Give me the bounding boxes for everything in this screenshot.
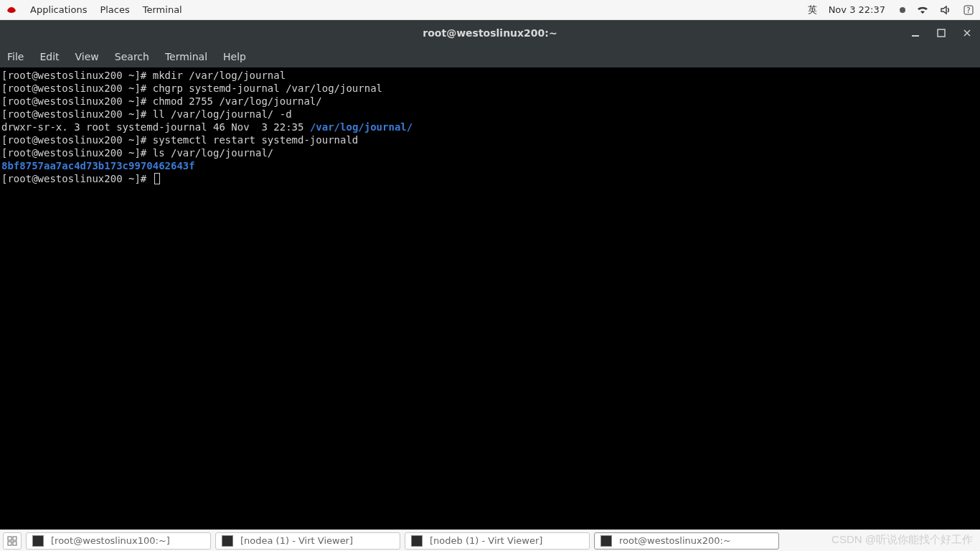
svg-rect-7: [13, 542, 17, 545]
terminal-window: root@westoslinux200:~ File Edit View Sea…: [0, 20, 980, 529]
terminal-output[interactable]: [root@westoslinux200 ~]# mkdir /var/log/…: [0, 67, 980, 529]
prompt-line: [root@westoslinux200 ~]# chgrp systemd-j…: [1, 83, 382, 94]
svg-text:?: ?: [966, 6, 970, 14]
terminal-icon: [32, 535, 44, 547]
workspace-switcher[interactable]: [3, 532, 22, 550]
clock-label[interactable]: Nov 3 22:37: [829, 4, 885, 15]
prompt-line: [root@westoslinux200 ~]# mkdir /var/log/…: [1, 70, 286, 81]
terminal-cursor: [154, 173, 160, 184]
gnome-top-panel: Applications Places Terminal 英 Nov 3 22:…: [0, 0, 980, 20]
taskbar-item-terminal-100[interactable]: [root@westoslinux100:~]: [26, 532, 211, 550]
svg-rect-4: [8, 537, 11, 540]
prompt-line: [root@westoslinux200 ~]# ls /var/log/jou…: [1, 147, 273, 159]
top-panel-right: 英 Nov 3 22:37 ?: [808, 4, 974, 17]
taskbar-item-label: [root@westoslinux100:~]: [51, 535, 170, 546]
taskbar-item-label: [nodeb (1) - Virt Viewer]: [430, 535, 542, 546]
current-prompt: [root@westoslinux200 ~]#: [1, 173, 160, 184]
redhat-icon: [6, 4, 17, 16]
menu-view[interactable]: View: [75, 51, 99, 62]
places-menu[interactable]: Places: [100, 4, 129, 15]
svg-rect-5: [13, 537, 17, 540]
help-tray-icon[interactable]: ?: [963, 4, 974, 16]
prompt-line: [root@westoslinux200 ~]# systemctl resta…: [1, 134, 358, 146]
menu-file[interactable]: File: [7, 51, 24, 62]
status-dot-icon: [900, 7, 905, 13]
virt-viewer-icon: [222, 535, 233, 547]
svg-rect-6: [8, 542, 11, 545]
gnome-taskbar: [root@westoslinux100:~] [nodea (1) - Vir…: [0, 529, 980, 551]
taskbar-item-nodea-virt[interactable]: [nodea (1) - Virt Viewer]: [215, 532, 400, 550]
ls-output-directory: 8bf8757aa7ac4d73b173c9970462643f: [1, 160, 195, 171]
window-title: root@westoslinux200:~: [423, 27, 557, 39]
top-panel-left: Applications Places Terminal: [6, 4, 182, 16]
minimize-button[interactable]: [910, 27, 921, 39]
taskbar-item-terminal-200[interactable]: root@westoslinux200:~: [594, 532, 779, 550]
menu-terminal[interactable]: Terminal: [165, 51, 207, 62]
taskbar-item-label: [nodea (1) - Virt Viewer]: [240, 535, 353, 546]
maximize-button[interactable]: [936, 27, 947, 39]
directory-path: /var/log/journal/: [310, 121, 413, 133]
terminal-app-menu[interactable]: Terminal: [143, 4, 182, 15]
terminal-menubar: File Edit View Search Terminal Help: [0, 46, 980, 67]
prompt-line: [root@westoslinux200 ~]# chmod 2755 /var…: [1, 95, 322, 107]
virt-viewer-icon: [411, 535, 423, 547]
ll-output: drwxr-sr-x. 3 root systemd-journal 46 No…: [1, 121, 413, 133]
prompt-line: [root@westoslinux200 ~]# ll /var/log/jou…: [1, 108, 292, 120]
ime-indicator[interactable]: 英: [808, 4, 817, 17]
menu-edit[interactable]: Edit: [39, 51, 59, 62]
menu-help[interactable]: Help: [223, 51, 246, 62]
window-controls: [910, 27, 973, 39]
terminal-icon: [600, 535, 612, 547]
applications-menu[interactable]: Applications: [30, 4, 87, 15]
taskbar-item-label: root@westoslinux200:~: [619, 535, 731, 546]
taskbar-item-nodeb-virt[interactable]: [nodeb (1) - Virt Viewer]: [405, 532, 590, 550]
volume-icon[interactable]: [940, 4, 951, 16]
close-button[interactable]: [961, 27, 973, 39]
menu-search[interactable]: Search: [115, 51, 149, 62]
svg-rect-2: [912, 35, 919, 37]
window-titlebar[interactable]: root@westoslinux200:~: [0, 20, 980, 46]
svg-rect-3: [938, 29, 945, 37]
wifi-icon[interactable]: [917, 4, 928, 16]
